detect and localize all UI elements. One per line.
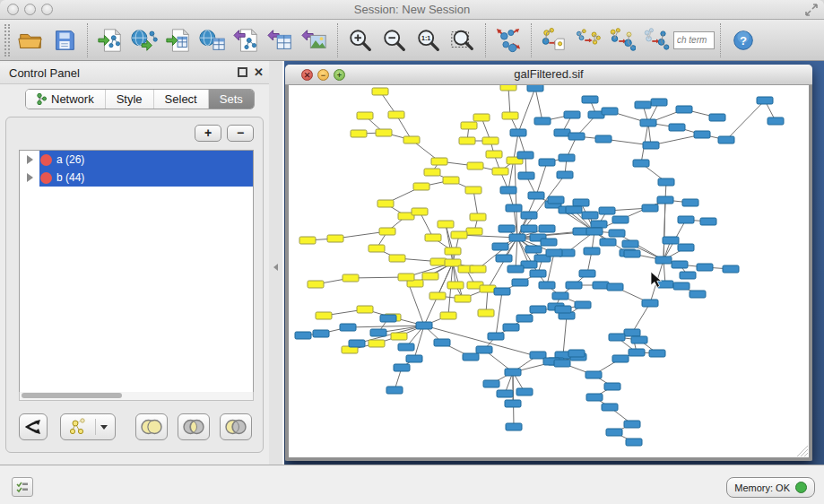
network-node	[609, 334, 625, 341]
close-panel-icon[interactable]: ✕	[254, 65, 264, 79]
select-first-neighbors-icon	[609, 27, 636, 54]
control-panel-header: Control Panel ✕	[0, 63, 269, 84]
import-table-file-button[interactable]	[161, 23, 195, 57]
import-table-url-button[interactable]	[195, 23, 230, 57]
network-canvas[interactable]	[289, 85, 809, 457]
set-difference-button[interactable]	[220, 413, 252, 440]
set-label: b (44)	[56, 171, 84, 184]
import-network-url-button[interactable]	[127, 23, 161, 57]
toolbar-separator	[337, 23, 338, 57]
export-image-icon	[301, 27, 328, 54]
remove-set-button[interactable]: −	[227, 125, 254, 142]
svg-text:?: ?	[740, 33, 747, 47]
network-node	[447, 282, 464, 289]
network-node	[467, 162, 483, 169]
zoom-actual-size-button[interactable]: 1:1	[412, 23, 446, 57]
network-node	[539, 225, 555, 232]
network-node	[478, 309, 494, 317]
resize-grip-icon[interactable]	[795, 444, 808, 456]
fullscreen-icon[interactable]	[804, 3, 819, 17]
network-node	[476, 346, 492, 353]
network-node	[527, 85, 543, 91]
search-input[interactable]	[673, 31, 715, 49]
toolbar-grip[interactable]	[4, 24, 10, 56]
tab-style[interactable]: Style	[106, 90, 154, 109]
network-node	[483, 380, 499, 387]
network-desktop: ✕ − + galFiltered.sif	[284, 61, 824, 465]
network-node	[649, 350, 665, 357]
network-node	[517, 152, 533, 159]
network-node	[398, 274, 414, 281]
export-network-button[interactable]	[230, 23, 264, 57]
network-node	[651, 99, 667, 106]
tab-network[interactable]: Network	[26, 90, 106, 109]
network-node	[521, 212, 537, 219]
network-node	[697, 264, 713, 271]
network-node	[539, 159, 555, 166]
main-toolbar: 1:1	[0, 20, 824, 61]
set-intersection-button[interactable]	[178, 413, 210, 440]
zoom-out-button[interactable]	[377, 23, 412, 57]
save-session-button[interactable]	[48, 23, 82, 57]
network-node	[624, 329, 640, 336]
network-node	[591, 221, 607, 228]
network-node	[575, 301, 591, 308]
export-table-button[interactable]	[264, 23, 298, 57]
window-titlebar: Session: New Session	[0, 0, 824, 20]
tab-select[interactable]: Select	[154, 90, 209, 109]
network-node	[506, 423, 522, 430]
network-node	[510, 129, 526, 136]
show-hide-selected-button[interactable]	[639, 23, 673, 57]
network-node	[496, 255, 512, 262]
import-network-file-button[interactable]	[93, 23, 127, 57]
network-node	[391, 333, 407, 340]
network-nodes[interactable]	[295, 85, 784, 446]
first-neighbors-button[interactable]	[571, 23, 605, 57]
network-node	[530, 270, 546, 277]
network-node	[718, 136, 734, 143]
apply-layout-button[interactable]	[491, 23, 525, 57]
create-set-dropdown-button[interactable]	[60, 413, 116, 440]
set-row-b[interactable]: b (44)	[20, 169, 253, 187]
set-row-a[interactable]: a (26)	[20, 151, 253, 169]
network-node	[340, 324, 356, 331]
split-set-button[interactable]	[19, 413, 48, 440]
snapshot-network-button[interactable]	[537, 23, 571, 57]
scrollbar-thumb[interactable]	[22, 393, 122, 398]
tab-sets[interactable]: Sets	[209, 90, 254, 109]
network-frame[interactable]: ✕ − + galFiltered.sif	[285, 65, 812, 461]
zoom-selected-region-icon	[449, 27, 476, 54]
zoom-in-button[interactable]	[343, 23, 377, 57]
network-node	[466, 228, 482, 235]
network-node	[505, 400, 521, 407]
network-node	[470, 213, 486, 221]
show-hide-selected-icon	[643, 27, 670, 54]
panel-splitter[interactable]	[269, 61, 284, 465]
control-panel: Control Panel ✕ Network Style	[0, 61, 269, 465]
disclosure-triangle-icon[interactable]	[27, 155, 33, 164]
zoom-in-icon	[347, 27, 374, 54]
collapse-panel-icon[interactable]	[273, 264, 278, 271]
network-node	[316, 312, 332, 319]
network-frame-titlebar[interactable]: ✕ − + galFiltered.sif	[285, 65, 812, 85]
sets-toolbar	[13, 413, 257, 446]
task-history-button[interactable]	[12, 477, 33, 497]
zoom-selected-region-button[interactable]	[446, 23, 480, 57]
disclosure-triangle-icon[interactable]	[27, 173, 33, 182]
open-session-button[interactable]	[13, 23, 48, 57]
network-node	[554, 360, 570, 367]
export-image-button[interactable]	[298, 23, 332, 57]
memory-status-button[interactable]: Memory: OK	[726, 477, 815, 498]
add-set-button[interactable]: +	[195, 125, 221, 142]
help-button[interactable]: ?	[726, 23, 760, 57]
dropdown-arrow-icon	[100, 425, 108, 430]
float-panel-icon[interactable]	[238, 67, 247, 77]
network-node	[568, 350, 585, 357]
network-node	[380, 315, 396, 322]
network-node	[492, 243, 508, 250]
horizontal-scrollbar[interactable]	[19, 392, 254, 401]
set-union-button[interactable]	[135, 413, 168, 440]
network-node	[424, 169, 440, 176]
select-first-neighbors-button[interactable]	[605, 23, 639, 57]
network-node	[516, 388, 533, 395]
